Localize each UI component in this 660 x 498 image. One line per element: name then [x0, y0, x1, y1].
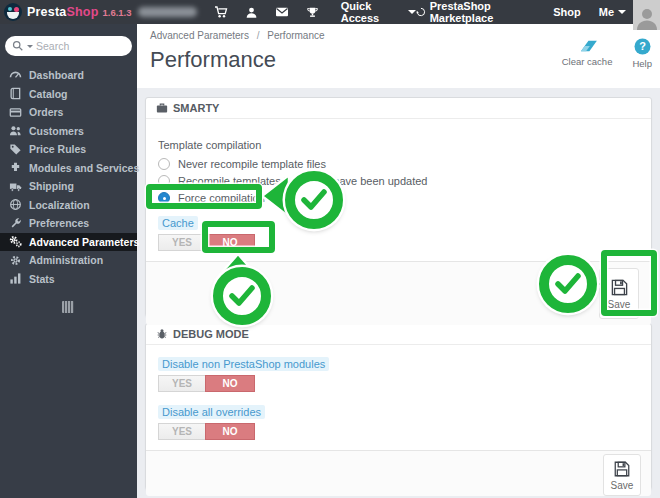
shop-label: Shop [553, 6, 581, 18]
sidebar: Dashboard Catalog Orders Customers Price… [0, 24, 137, 498]
sidebar-item-label: Price Rules [29, 143, 86, 155]
smarty-save-button[interactable]: Save [599, 268, 639, 319]
disable-all-overrides-label: Disable all overrides [158, 405, 265, 419]
search-input[interactable] [36, 40, 108, 52]
disable-overrides-switch: YES NO [158, 423, 639, 440]
sidebar-item-label: Administration [29, 254, 103, 266]
save-label: Save [611, 480, 634, 491]
employee-icon[interactable] [245, 6, 258, 19]
sidebar-item-catalog[interactable]: Catalog [0, 85, 137, 104]
save-label: Save [608, 299, 631, 310]
chevron-down-icon [408, 10, 416, 14]
help-button[interactable]: ? Help [632, 38, 652, 69]
cache-switch-yes[interactable]: YES [158, 234, 206, 251]
debug-mode-panel: DEBUG MODE Disable non PrestaShop module… [145, 323, 652, 490]
content-header: Advanced Parameters / Performance Perfor… [137, 24, 660, 88]
brand-name[interactable]: PrestaShop [27, 5, 98, 19]
administration-icon [9, 254, 22, 267]
radio-option-label[interactable]: Never recompile template files [178, 158, 326, 170]
template-compilation-label: Template compilation [158, 139, 639, 151]
help-icon: ? [634, 38, 651, 55]
radio-option-label[interactable]: Force compilation [178, 192, 265, 204]
cache-switch: YES NO [158, 234, 639, 251]
chevron-down-icon [618, 10, 626, 14]
catalog-icon [9, 87, 22, 100]
me-menu[interactable]: Me [599, 6, 626, 18]
marketplace-label: PrestaShop Marketplace [430, 0, 536, 24]
quick-access-menu[interactable]: Quick Access [341, 0, 416, 24]
smarty-panel-title: SMARTY [173, 102, 219, 114]
disable-overrides-switch-yes[interactable]: YES [158, 423, 206, 440]
me-label: Me [599, 6, 614, 18]
sidebar-item-shipping[interactable]: Shipping [0, 177, 137, 196]
breadcrumb-parent[interactable]: Advanced Parameters [150, 30, 249, 41]
save-floppy-icon [610, 278, 629, 297]
bug-icon [156, 328, 168, 340]
dashboard-icon [9, 69, 22, 82]
sidebar-item-advanced-parameters[interactable]: Advanced Parameters [0, 233, 137, 252]
sidebar-item-label: Customers [29, 125, 84, 137]
clear-cache-label: Clear cache [562, 56, 613, 67]
sidebar-item-label: Catalog [29, 88, 68, 100]
marketplace-link[interactable]: PrestaShop Marketplace [416, 0, 535, 24]
price-rules-icon [9, 143, 22, 156]
sidebar-item-dashboard[interactable]: Dashboard [0, 66, 137, 85]
sidebar-search[interactable] [5, 36, 132, 56]
search-icon [12, 40, 24, 52]
modules-icon [9, 161, 22, 174]
prestashop-logo-icon[interactable] [4, 3, 22, 21]
radio-option-label[interactable]: Recompile templates if the files have be… [178, 175, 428, 187]
radio-option-never-recompile[interactable]: Never recompile template files [158, 158, 639, 170]
menu-collapse-grip[interactable] [62, 301, 74, 313]
sidebar-item-price-rules[interactable]: Price Rules [0, 140, 137, 159]
trophy-icon[interactable] [306, 6, 319, 19]
disable-modules-switch: YES NO [158, 375, 639, 392]
sidebar-item-modules[interactable]: Modules and Services [0, 159, 137, 178]
disable-overrides-switch-no[interactable]: NO [205, 423, 255, 440]
search-scope-caret-icon[interactable] [27, 45, 33, 48]
blurred-shop-name [138, 7, 197, 17]
radio-icon[interactable] [158, 158, 170, 170]
sidebar-item-stats[interactable]: Stats [0, 270, 137, 289]
sidebar-item-administration[interactable]: Administration [0, 251, 137, 270]
sidebar-item-label: Localization [29, 199, 90, 211]
sidebar-item-customers[interactable]: Customers [0, 122, 137, 141]
debug-save-button[interactable]: Save [603, 454, 641, 496]
disable-modules-switch-yes[interactable]: YES [158, 375, 206, 392]
sidebar-item-label: Modules and Services [29, 162, 139, 174]
version-label: 1.6.1.3 [102, 7, 131, 18]
radio-icon[interactable] [158, 175, 170, 187]
disable-modules-switch-no[interactable]: NO [205, 375, 255, 392]
sidebar-item-label: Dashboard [29, 69, 84, 81]
eraser-icon [576, 38, 599, 53]
sidebar-item-label: Stats [29, 273, 55, 285]
cache-label: Cache [158, 216, 198, 230]
debug-panel-heading: DEBUG MODE [146, 324, 651, 345]
radio-option-force-compilation[interactable]: Force compilation [158, 192, 639, 204]
sidebar-item-localization[interactable]: Localization [0, 196, 137, 215]
disable-non-prestashop-modules-label: Disable non PrestaShop modules [158, 357, 329, 371]
clear-cache-button[interactable]: Clear cache [562, 38, 613, 69]
localization-icon [9, 198, 22, 211]
smarty-panel-footer: Save [146, 261, 651, 325]
avatar[interactable] [633, 0, 660, 30]
sidebar-item-preferences[interactable]: Preferences [0, 214, 137, 233]
debug-panel-footer: Save [146, 450, 651, 496]
radio-selected-icon[interactable] [158, 192, 170, 204]
customers-icon [9, 124, 22, 137]
shop-link[interactable]: Shop [553, 6, 581, 18]
advanced-parameters-icon [9, 235, 22, 248]
smarty-panel: SMARTY Template compilation Never recomp… [145, 97, 652, 317]
main-content: Advanced Parameters / Performance Perfor… [137, 24, 660, 498]
cart-icon[interactable] [214, 5, 228, 19]
topbar: PrestaShop 1.6.1.3 Quick Access PrestaSh… [0, 0, 660, 24]
svg-text:?: ? [639, 40, 646, 52]
help-label: Help [632, 58, 652, 69]
sidebar-item-label: Orders [29, 106, 63, 118]
messages-icon[interactable] [275, 5, 289, 19]
radio-option-recompile-if-updated[interactable]: Recompile templates if the files have be… [158, 175, 639, 187]
cache-switch-no[interactable]: NO [205, 234, 255, 251]
sidebar-item-label: Advanced Parameters [29, 236, 139, 248]
breadcrumb-separator: / [257, 30, 260, 41]
sidebar-item-orders[interactable]: Orders [0, 103, 137, 122]
